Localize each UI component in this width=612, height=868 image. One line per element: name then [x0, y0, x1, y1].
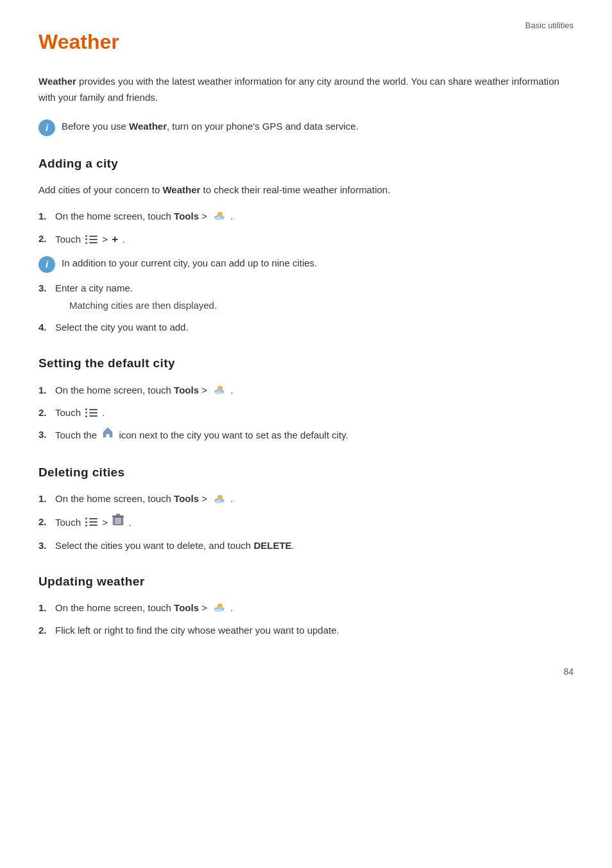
updating-step-2-content: Flick left or right to find the city who…: [55, 623, 574, 639]
deleting-step-3-num: 3.: [38, 538, 53, 554]
default-step-3-content: Touch the icon next to the city you want…: [55, 427, 574, 445]
deleting-step-2-content: Touch >: [55, 514, 574, 532]
trash-icon: [112, 514, 124, 532]
deleting-step-1-num: 1.: [38, 491, 53, 507]
adding-step-4-num: 4.: [38, 320, 53, 336]
adding-step-2-num: 2.: [38, 231, 53, 247]
weather-app-icon-4: [211, 600, 226, 616]
info-icon-1: i: [38, 119, 55, 136]
default-step-1-num: 1.: [38, 383, 53, 399]
adding-step-3-num: 3.: [38, 281, 53, 297]
page-number: 84: [38, 664, 574, 679]
adding-step-2-content: Touch > + .: [55, 231, 574, 249]
intro-paragraph: Weather provides you with the latest wea…: [38, 74, 574, 106]
weather-app-icon-3: [211, 492, 226, 507]
default-step-1-tools: Tools: [174, 385, 199, 395]
adding-step-1-content: On the home screen, touch Tools > .: [55, 209, 574, 225]
svg-point-9: [215, 391, 223, 394]
default-step-3-num: 3.: [38, 427, 53, 443]
section-label: Basic utilities: [525, 19, 574, 33]
adding-step-3-content: Enter a city name. Matching cities are t…: [55, 281, 574, 314]
deleting-step-3: 3. Select the cities you want to delete,…: [38, 538, 574, 554]
updating-step-1: 1. On the home screen, touch Tools > .: [38, 600, 574, 616]
weather-app-icon-1: [211, 209, 226, 224]
deleting-step-2: 2. Touch >: [38, 514, 574, 532]
page-container: Basic utilities Weather Weather provides…: [0, 0, 612, 718]
info-note-1-bold: Weather: [129, 121, 167, 132]
section-title-adding: Adding a city: [38, 154, 574, 173]
deleting-step-1-content: On the home screen, touch Tools > .: [55, 491, 574, 507]
updating-step-2-num: 2.: [38, 623, 53, 639]
svg-rect-19: [116, 514, 120, 516]
intro-text: provides you with the latest weather inf…: [38, 76, 559, 103]
section-title-default: Setting the default city: [38, 354, 574, 373]
home-icon: [101, 426, 114, 444]
svg-point-16: [215, 500, 223, 503]
page-title: Weather: [38, 26, 574, 58]
info-note-1: i Before you use Weather, turn on your p…: [38, 119, 574, 136]
deleting-step-2-num: 2.: [38, 514, 53, 530]
adding-step-3: 3. Enter a city name. Matching cities ar…: [38, 281, 574, 314]
weather-app-icon-2: [211, 383, 226, 398]
section-adding-intro: Add cities of your concern to Weather to…: [38, 182, 574, 198]
menu-icon-3: [85, 517, 98, 526]
default-step-2: 2. Touch .: [38, 405, 574, 421]
deleting-step-3-delete: DELETE: [253, 540, 291, 551]
info-note-2: i In addition to your current city, you …: [38, 256, 574, 273]
svg-point-27: [215, 609, 223, 612]
svg-point-4: [215, 217, 223, 220]
adding-step-2: 2. Touch > + .: [38, 231, 574, 249]
section-title-deleting: Deleting cities: [38, 463, 574, 482]
info-icon-2: i: [38, 256, 55, 273]
adding-step-4: 4. Select the city you want to add.: [38, 320, 574, 336]
default-step-2-content: Touch .: [55, 405, 574, 421]
deleting-step-1: 1. On the home screen, touch Tools > .: [38, 491, 574, 507]
info-note-1-text: Before you use Weather, turn on your pho…: [62, 119, 359, 134]
info-note-2-text: In addition to your current city, you ca…: [62, 256, 317, 271]
deleting-step-3-content: Select the cities you want to delete, an…: [55, 538, 574, 554]
default-step-2-num: 2.: [38, 405, 53, 421]
adding-step-1-tools: Tools: [174, 211, 199, 221]
adding-step-3-sub: Matching cities are then displayed.: [69, 298, 574, 314]
adding-step-1-num: 1.: [38, 209, 53, 225]
svg-rect-11: [107, 434, 108, 437]
adding-step-1: 1. On the home screen, touch Tools > .: [38, 209, 574, 225]
section-title-updating: Updating weather: [38, 572, 574, 591]
menu-icon-1: [85, 235, 98, 244]
updating-step-1-content: On the home screen, touch Tools > .: [55, 600, 574, 616]
adding-intro-bold: Weather: [162, 184, 200, 195]
intro-bold: Weather: [38, 76, 76, 87]
adding-step-4-content: Select the city you want to add.: [55, 320, 574, 336]
default-step-3: 3. Touch the icon next to the city you w…: [38, 427, 574, 445]
updating-step-2: 2. Flick left or right to find the city …: [38, 623, 574, 639]
updating-step-1-num: 1.: [38, 600, 53, 616]
default-step-1-content: On the home screen, touch Tools > .: [55, 383, 574, 399]
menu-icon-2: [85, 408, 98, 417]
plus-icon: +: [112, 230, 118, 248]
deleting-step-1-tools: Tools: [174, 493, 199, 504]
default-step-1: 1. On the home screen, touch Tools > .: [38, 383, 574, 399]
updating-step-1-tools: Tools: [174, 602, 199, 613]
